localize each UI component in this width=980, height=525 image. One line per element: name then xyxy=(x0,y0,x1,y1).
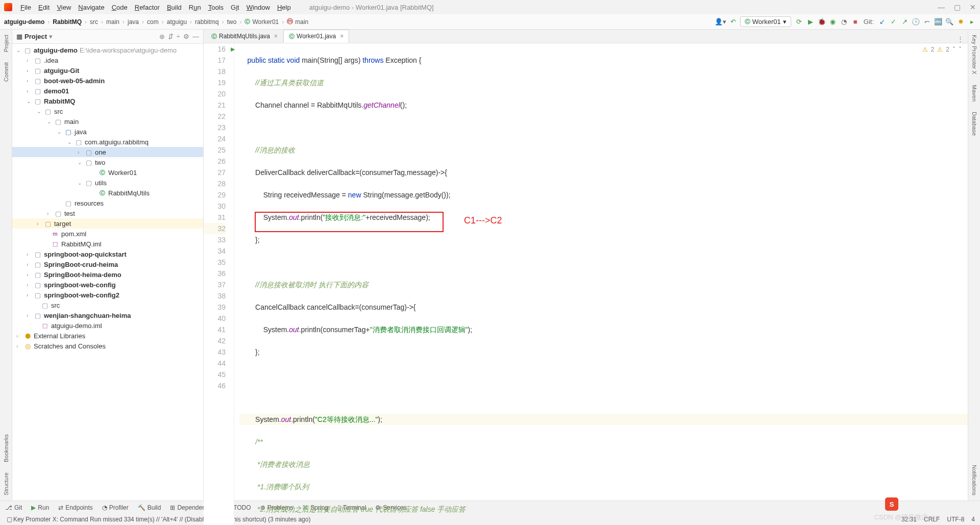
bc-main[interactable]: main xyxy=(106,18,119,26)
tab-close-icon[interactable]: × xyxy=(274,33,278,40)
tree-target[interactable]: ›▢target xyxy=(12,218,203,229)
tree-src2[interactable]: ▢src xyxy=(12,300,203,310)
tree-rabbitmqutils[interactable]: ⒸRabbitMqUtils xyxy=(12,188,203,198)
menu-help[interactable]: Help xyxy=(274,3,294,12)
bc-src[interactable]: src xyxy=(90,18,98,26)
tree-sb-aop[interactable]: ›▢springboot-aop-quickstart xyxy=(12,249,203,259)
run-anything-icon[interactable]: ▸ xyxy=(968,18,976,26)
code-editor[interactable]: 16▶ 171819202122232425262728293031323334… xyxy=(204,43,968,525)
menu-build[interactable]: Build xyxy=(164,3,185,12)
tool-bookmarks[interactable]: Bookmarks xyxy=(3,434,9,462)
tree-wenjian[interactable]: ›▢wenjian-shangchuan-heima xyxy=(12,310,203,320)
gutter[interactable]: 16▶ 171819202122232425262728293031323334… xyxy=(204,43,234,525)
project-tree[interactable]: ⌄▢atguigu-demoE:\idea-workspace\atguigu-… xyxy=(12,44,203,501)
bc-method[interactable]: main xyxy=(295,18,308,26)
tree-demo-iml[interactable]: ⬚atguigu-demo.iml xyxy=(12,320,203,331)
menu-file[interactable]: File xyxy=(17,3,34,12)
tree-scratches[interactable]: ›◎Scratches and Consoles xyxy=(12,341,203,351)
menu-window[interactable]: Window xyxy=(243,3,273,12)
tree-iml[interactable]: ⬚RabbitMQ.iml xyxy=(12,239,203,249)
tree-sb-web[interactable]: ›▢springboot-web-config xyxy=(12,280,203,290)
undo-vcs-icon[interactable]: ↶ xyxy=(730,18,736,26)
minimize-icon[interactable]: — xyxy=(938,3,945,11)
tree-one[interactable]: ›▢one xyxy=(12,147,203,157)
tree-atguigu-git[interactable]: ›▢atguigu-Git xyxy=(12,65,203,76)
project-dropdown-icon[interactable]: ▾ xyxy=(49,33,53,40)
build-icon[interactable]: ⟳ xyxy=(795,18,803,26)
menu-run[interactable]: Run xyxy=(186,3,204,12)
tree-worker01[interactable]: ⒸWorker01 xyxy=(12,167,203,178)
tree-external-libs[interactable]: ›⬢External Libraries xyxy=(12,331,203,341)
close-icon[interactable]: ✕ xyxy=(970,3,976,11)
user-icon[interactable]: 👤▾ xyxy=(715,18,726,26)
tree-resources[interactable]: ▢resources xyxy=(12,198,203,208)
tree-pom[interactable]: mpom.xml xyxy=(12,229,203,239)
run-icon[interactable]: ▶ xyxy=(806,18,815,26)
tab-close-icon[interactable]: × xyxy=(340,33,344,40)
tool-git[interactable]: ⎇Git xyxy=(5,504,22,511)
tool-run-bottom[interactable]: ▶Run xyxy=(31,504,49,511)
hide-icon[interactable]: — xyxy=(192,33,199,40)
tab-rabbitmqutils[interactable]: ⒸRabbitMqUtils.java× xyxy=(206,30,283,43)
tree-java[interactable]: ⌄▢java xyxy=(12,127,203,137)
bc-project[interactable]: atguigu-demo xyxy=(4,18,44,26)
tree-main[interactable]: ⌄▢main xyxy=(12,116,203,127)
bc-class[interactable]: Worker01 xyxy=(252,18,279,26)
tab-worker01[interactable]: ⒸWorker01.java× xyxy=(283,30,349,43)
tool-notifications[interactable]: Notifications xyxy=(971,465,977,495)
tree-package[interactable]: ⌄▢com.atguigu.rabbitmq xyxy=(12,137,203,147)
tree-demo01[interactable]: ›▢demo01 xyxy=(12,86,203,96)
tool-maven[interactable]: Maven xyxy=(971,85,977,102)
tree-two[interactable]: ⌄▢two xyxy=(12,157,203,167)
menu-refactor[interactable]: Refactor xyxy=(132,3,163,12)
tree-boot-web[interactable]: ›▢boot-web-05-admin xyxy=(12,76,203,86)
tool-endpoints[interactable]: ⇄Endpoints xyxy=(58,504,92,511)
bc-two[interactable]: two xyxy=(227,18,237,26)
coverage-icon[interactable]: ◉ xyxy=(829,18,837,26)
menu-navigate[interactable]: Navigate xyxy=(75,3,107,12)
search-icon[interactable]: 🔍 xyxy=(945,18,953,26)
tree-rabbitmq[interactable]: ⌄▢RabbitMQ xyxy=(12,96,203,106)
tool-database[interactable]: Database xyxy=(971,112,977,136)
run-config-selector[interactable]: Ⓒ Worker01 ▾ xyxy=(740,16,791,27)
tree-idea[interactable]: ›▢.idea xyxy=(12,55,203,65)
maximize-icon[interactable]: ▢ xyxy=(954,3,961,11)
git-push-icon[interactable]: ↗ xyxy=(900,18,909,26)
tree-src[interactable]: ⌄▢src xyxy=(12,106,203,116)
debug-icon[interactable]: 🐞 xyxy=(818,18,826,26)
bc-module[interactable]: RabbitMQ xyxy=(53,18,82,26)
tree-utils[interactable]: ⌄▢utils xyxy=(12,178,203,188)
menu-tools[interactable]: Tools xyxy=(205,3,227,12)
tool-project[interactable]: Project xyxy=(3,35,9,52)
git-rollback-icon[interactable]: ⤺ xyxy=(923,18,931,26)
tool-commit[interactable]: Commit xyxy=(3,62,9,82)
tree-sb-heima[interactable]: ›▢SpringBoot-heima-demo xyxy=(12,269,203,280)
git-update-icon[interactable]: ↙ xyxy=(878,18,886,26)
locate-icon[interactable]: ⊕ xyxy=(159,33,165,40)
collapse-icon[interactable]: ÷ xyxy=(177,33,180,40)
git-commit-icon[interactable]: ✓ xyxy=(889,18,897,26)
tool-structure[interactable]: Structure xyxy=(3,472,9,495)
tabs-menu-icon[interactable]: ⋮ xyxy=(957,35,968,43)
ide-settings-icon[interactable]: ✸ xyxy=(957,18,965,26)
profile-icon[interactable]: ◔ xyxy=(840,18,848,26)
menu-code[interactable]: Code xyxy=(109,3,131,12)
code-content[interactable]: public static void main(String[] args) t… xyxy=(234,43,968,525)
bc-java[interactable]: java xyxy=(128,18,139,26)
tree-root[interactable]: ⌄▢atguigu-demoE:\idea-workspace\atguigu-… xyxy=(12,45,203,55)
stop-icon[interactable]: ■ xyxy=(851,18,860,26)
menu-edit[interactable]: Edit xyxy=(35,3,53,12)
translate-icon[interactable]: 🔤 xyxy=(934,18,942,26)
git-history-icon[interactable]: 🕓 xyxy=(912,18,920,26)
tree-sb-crud[interactable]: ›▢SpringBoot-crud-heima xyxy=(12,259,203,269)
bc-atguigu[interactable]: atguigu xyxy=(167,18,187,26)
status-indent-icon[interactable]: ▢ xyxy=(5,516,13,523)
bc-com[interactable]: com xyxy=(147,18,159,26)
tool-profiler[interactable]: ◔Profiler xyxy=(102,504,129,511)
menu-view[interactable]: View xyxy=(54,3,74,12)
tool-build[interactable]: 🔨Build xyxy=(138,504,161,511)
settings-icon[interactable]: ⚙ xyxy=(183,33,189,40)
indent-info[interactable]: 4 xyxy=(971,516,975,523)
menu-git[interactable]: Git xyxy=(228,3,242,12)
bc-rabbitmq[interactable]: rabbitmq xyxy=(195,18,219,26)
